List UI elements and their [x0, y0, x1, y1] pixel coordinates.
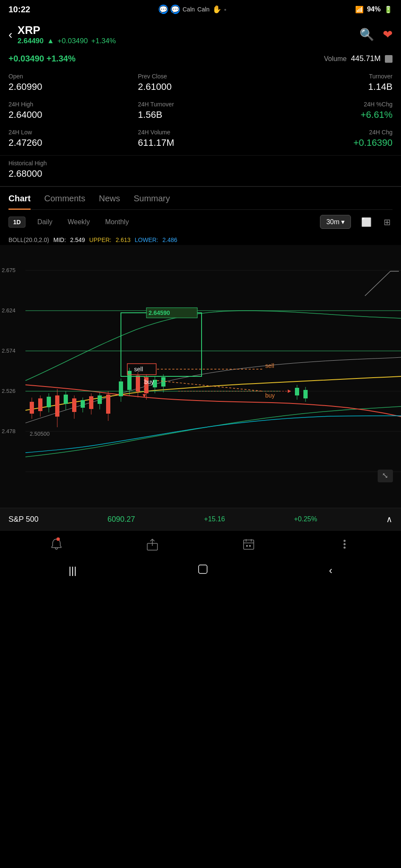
svg-text:2.675: 2.675	[2, 267, 16, 273]
volume-label: Volume	[324, 55, 347, 63]
boll-lower-value: 2.486	[163, 236, 177, 243]
pct-chg-24h-label: 24H %Chg	[267, 101, 393, 108]
alert-button[interactable]	[50, 537, 63, 554]
status-indicators: 📶 94% 🔋	[355, 6, 393, 14]
tab-chart[interactable]: Chart	[8, 194, 31, 210]
svg-text:⤡: ⤡	[382, 471, 388, 480]
turnover-value: 1.14B	[267, 81, 393, 92]
messenger-icon-2: 💬	[171, 5, 180, 14]
svg-rect-76	[246, 545, 248, 547]
status-icons: 💬 💬 Caln Caln ✋ ●	[159, 5, 227, 14]
grid-icon[interactable]: ⊞	[382, 215, 393, 229]
dropdown-arrow-icon: ▾	[341, 218, 345, 226]
messenger-icon-1: 💬	[159, 5, 168, 14]
tab-news[interactable]: News	[99, 194, 120, 209]
boll-lower-label: LOWER:	[135, 236, 158, 243]
search-icon[interactable]: 🔍	[359, 28, 374, 42]
svg-rect-38	[127, 371, 132, 390]
svg-text:2.526: 2.526	[2, 388, 16, 394]
price-change-display: +0.03490 +1.34%	[8, 54, 76, 64]
system-nav: ||| ‹	[0, 558, 401, 584]
stat-24h-high: 24H High 2.64000	[8, 101, 134, 120]
candlestick-icon[interactable]: ⬜	[359, 215, 373, 229]
svg-text:2.478: 2.478	[2, 428, 16, 434]
chevron-up-icon[interactable]: ∧	[386, 514, 393, 524]
boll-upper-label: UPPER:	[89, 236, 111, 243]
btn-30m[interactable]: 30m ▾	[320, 215, 351, 229]
back-button[interactable]: ‹	[8, 28, 12, 42]
tabs-container: Chart Comments News Summary	[0, 187, 401, 210]
prev-close-value: 2.61000	[138, 81, 263, 92]
price-change: +0.03490	[58, 37, 88, 45]
tab-summary[interactable]: Summary	[134, 194, 170, 209]
boll-indicator-row: BOLL(20.0,2.0) MID: 2.549 UPPER: 2.613 L…	[0, 234, 401, 245]
recent-apps-button[interactable]: |||	[69, 565, 77, 576]
volume-24h-value: 611.17M	[138, 137, 263, 148]
up-arrow-icon: ▲	[47, 37, 54, 45]
chart-tabs: Chart Comments News Summary	[8, 194, 393, 210]
prev-close-label: Prev Close	[138, 73, 263, 80]
stat-24h-chg: 24H Chg +0.16390	[267, 129, 393, 148]
svg-rect-22	[55, 395, 59, 417]
low-24h-value: 2.47260	[8, 137, 134, 148]
svg-rect-30	[89, 396, 93, 409]
header-left: ‹ XRP 2.64490 ▲ +0.03490 +1.34%	[8, 24, 116, 45]
status-text-2: Caln	[197, 6, 210, 13]
boll-mid-value: 2.549	[70, 236, 85, 243]
turnover-label: Turnover	[267, 73, 393, 80]
svg-rect-46	[161, 377, 165, 387]
status-bar: 10:22 💬 💬 Caln Caln ✋ ● 📶 94% 🔋	[0, 0, 401, 19]
svg-text:2.64590: 2.64590	[149, 309, 170, 316]
svg-text:buy: buy	[265, 392, 275, 399]
btn-monthly[interactable]: Monthly	[102, 217, 132, 228]
historical-section: Historical High 2.68000	[0, 156, 401, 186]
ticker-header: ‹ XRP 2.64490 ▲ +0.03490 +1.34% 🔍 ❤	[0, 19, 401, 50]
chart-area[interactable]: 2.675 2.624 2.574 2.526 2.478	[0, 245, 401, 508]
sp500-change: +15.16	[204, 515, 225, 523]
btn-weekly[interactable]: Weekly	[64, 217, 93, 228]
svg-point-79	[343, 543, 345, 545]
favorite-icon[interactable]: ❤	[383, 28, 393, 42]
ticker-info: XRP 2.64490 ▲ +0.03490 +1.34%	[17, 24, 116, 45]
stat-24h-low: 24H Low 2.47260	[8, 129, 134, 148]
svg-text:2.624: 2.624	[2, 307, 16, 314]
volume-value: 445.71M	[351, 54, 381, 63]
svg-rect-18	[38, 398, 42, 411]
volume-color-indicator	[385, 55, 393, 63]
status-time: 10:22	[8, 5, 30, 14]
high-24h-label: 24H High	[8, 101, 134, 108]
price-change-pct: +1.34%	[91, 37, 116, 45]
svg-point-78	[343, 540, 345, 542]
stat-open: Open 2.60990	[8, 73, 134, 92]
svg-rect-28	[81, 400, 85, 408]
open-label: Open	[8, 73, 134, 80]
bottom-nav	[0, 530, 401, 558]
back-gesture-button[interactable]: ‹	[329, 565, 332, 576]
svg-rect-64	[303, 390, 308, 398]
btn-daily[interactable]: Daily	[34, 217, 56, 228]
svg-text:sell: sell	[265, 362, 274, 369]
more-button[interactable]	[338, 537, 351, 554]
bottom-ticker-bar[interactable]: S&P 500 6090.27 +15.16 +0.25% ∧	[0, 508, 401, 530]
calendar-button[interactable]	[242, 537, 255, 554]
stats-grid: Open 2.60990 Prev Close 2.61000 Turnover…	[0, 69, 401, 156]
price-change-row: +0.03490 +1.34% Volume 445.71M	[0, 50, 401, 69]
svg-point-80	[343, 547, 345, 549]
svg-text:2.574: 2.574	[2, 348, 16, 354]
btn-1d[interactable]: 1D	[8, 217, 25, 228]
battery-icon: 🔋	[384, 6, 393, 14]
boll-upper-value: 2.613	[115, 236, 130, 243]
historical-high-label: Historical High	[8, 160, 393, 167]
chg-24h-value: +0.16390	[267, 137, 393, 148]
share-button[interactable]	[146, 537, 159, 554]
turnover-24h-value: 1.56B	[138, 109, 263, 120]
svg-rect-81	[199, 565, 207, 573]
tab-comments[interactable]: Comments	[44, 194, 85, 209]
svg-rect-20	[47, 397, 51, 407]
svg-rect-16	[30, 402, 34, 414]
sp500-pct: +0.25%	[294, 515, 317, 523]
volume-section: Volume 445.71M	[324, 54, 393, 63]
svg-rect-24	[64, 395, 68, 404]
home-button[interactable]	[197, 563, 209, 578]
pct-chg-24h-value: +6.61%	[267, 109, 393, 120]
